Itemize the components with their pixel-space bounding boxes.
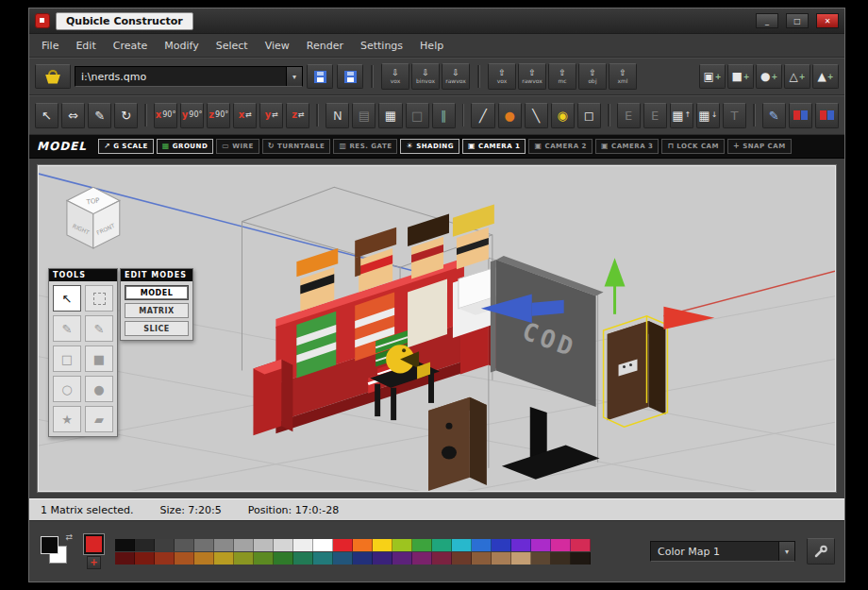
camera-1-button[interactable]: ▣CAMERA 1	[462, 139, 526, 154]
snap-cam-toggle[interactable]: +SNAP CAM	[727, 139, 792, 154]
palette-swatch[interactable]	[452, 552, 472, 565]
grid-raise-button[interactable]: ▦↑	[670, 103, 693, 128]
palette-swatch[interactable]	[175, 552, 194, 565]
palette-swatch[interactable]	[175, 539, 194, 551]
edit-mode-model[interactable]: MODEL	[125, 285, 189, 300]
paste-button[interactable]: □	[406, 103, 429, 128]
palette-swatch[interactable]	[254, 552, 274, 565]
rotate-tool[interactable]: ↻	[114, 103, 138, 128]
menu-file[interactable]: File	[33, 37, 67, 55]
menu-render[interactable]: Render	[298, 37, 352, 55]
pumpkin-button[interactable]: ●	[498, 103, 522, 128]
cube-button[interactable]: ◻	[577, 103, 601, 128]
transform-tool[interactable]: ↖	[35, 103, 58, 128]
text-tool[interactable]: T	[723, 103, 746, 128]
palette-swatch[interactable]	[353, 552, 373, 565]
combo-arrow-button[interactable]: ▾	[286, 67, 302, 86]
bucket-fill-tool[interactable]: ●	[85, 376, 113, 402]
palette-swatch[interactable]	[353, 539, 373, 551]
palette-swatch[interactable]	[531, 539, 551, 551]
viewport[interactable]: COD	[38, 165, 836, 492]
ground-toggle[interactable]: ▦GROUND	[157, 139, 214, 154]
palette-swatch[interactable]	[472, 539, 492, 551]
export-mc-button[interactable]: ⇧mc	[548, 63, 576, 90]
palette-swatch[interactable]	[293, 552, 313, 565]
export-rawvox-button[interactable]: ⇧rawvox	[518, 63, 546, 90]
line-tool[interactable]: ╱	[471, 103, 494, 128]
speaker-right-selected[interactable]	[604, 316, 668, 427]
palette-swatch[interactable]	[274, 552, 293, 565]
palette-swatch[interactable]	[214, 539, 234, 551]
foreground-color-swatch[interactable]	[41, 536, 58, 554]
palette-swatch[interactable]	[432, 552, 452, 565]
minimize-button[interactable]: _	[756, 13, 778, 28]
emboss-button[interactable]: E	[643, 103, 667, 128]
palette-swatch[interactable]	[234, 539, 254, 551]
palette-swatch[interactable]	[531, 552, 551, 565]
menu-create[interactable]: Create	[105, 37, 157, 55]
draw-tool[interactable]: ✎	[88, 103, 111, 128]
turntable-toggle[interactable]: ↻TURNTABLE	[262, 139, 331, 154]
palette-swatch[interactable]	[293, 539, 313, 551]
palette-swatch[interactable]	[571, 552, 591, 565]
export-xml-button[interactable]: ⇧xml	[609, 63, 637, 90]
palette-swatch[interactable]	[392, 552, 412, 565]
add-cone-button[interactable]: ▲+	[812, 64, 839, 89]
close-button[interactable]: ✕	[816, 13, 839, 28]
add-sphere-button[interactable]: ●+	[756, 64, 782, 89]
eraser-tool[interactable]: ▰	[85, 406, 113, 432]
palette-swatch[interactable]	[373, 552, 392, 565]
palette-swatch[interactable]	[194, 539, 214, 551]
palette-swatch[interactable]	[511, 552, 531, 565]
gscale-toggle[interactable]: ↗G SCALE	[98, 139, 154, 154]
add-matrix-button[interactable]: ▣+	[699, 64, 726, 89]
palette-swatch[interactable]	[214, 552, 234, 565]
rect-outline-tool[interactable]: □	[53, 346, 81, 372]
edit-mode-slice[interactable]: SLICE	[125, 321, 189, 336]
palette-swatch[interactable]	[333, 539, 353, 551]
save-as-button[interactable]	[337, 64, 363, 89]
palette-swatch[interactable]	[115, 539, 135, 551]
lock-cam-toggle[interactable]: ⊓LOCK CAM	[661, 139, 725, 154]
active-color-swatch[interactable]	[84, 534, 104, 554]
rect-fill-tool[interactable]: ■	[85, 346, 113, 372]
palette-settings-button[interactable]	[807, 538, 835, 565]
add-box-button[interactable]: ■+	[727, 64, 754, 89]
maximize-button[interactable]: □	[786, 13, 809, 28]
marquee-tool[interactable]	[85, 285, 113, 312]
palette-swatch[interactable]	[373, 539, 392, 551]
eyedropper-tool[interactable]: ╲	[525, 103, 548, 128]
resize-tool[interactable]: ⇔	[61, 103, 85, 128]
menu-settings[interactable]: Settings	[352, 37, 411, 55]
file-path-combobox[interactable]: i:\nerds.qmo ▾	[75, 66, 303, 87]
menu-view[interactable]: View	[257, 37, 298, 55]
palette-swatch[interactable]	[432, 539, 452, 551]
save-button[interactable]	[307, 64, 333, 89]
export-vox-button[interactable]: ⇧vox	[488, 63, 516, 90]
tools-palette-header[interactable]: TOOLS	[49, 269, 117, 281]
palette-swatch[interactable]	[313, 539, 333, 551]
lamp-button[interactable]: ◉	[551, 103, 575, 128]
palette-swatch[interactable]	[392, 539, 412, 551]
bucket-outline-tool[interactable]: ○	[53, 376, 81, 402]
palette-swatch[interactable]	[492, 539, 511, 551]
menu-edit[interactable]: Edit	[67, 37, 104, 55]
grid-lower-button[interactable]: ▦↓	[696, 103, 720, 128]
palette-swatch[interactable]	[452, 539, 472, 551]
palette-swatch[interactable]	[135, 552, 155, 565]
palette-swatch[interactable]	[492, 552, 511, 565]
palette-swatch[interactable]	[412, 552, 432, 565]
palette-swatch[interactable]	[194, 552, 214, 565]
rotate-x-90-button[interactable]: x90°	[154, 103, 177, 128]
palette-swatch[interactable]	[274, 539, 293, 551]
palette-swatch[interactable]	[155, 539, 175, 551]
pause-button[interactable]: ∥	[432, 103, 456, 128]
palette-swatch[interactable]	[333, 552, 353, 565]
colormap-arrow-button[interactable]: ▾	[778, 542, 794, 561]
extrude-button[interactable]: E	[617, 103, 641, 128]
wire-toggle[interactable]: ▭WIRE	[216, 139, 259, 154]
palette-swatch[interactable]	[234, 552, 254, 565]
swap-colors-icon[interactable]: ⇄	[65, 533, 73, 542]
menu-help[interactable]: Help	[411, 37, 452, 55]
colormap-select[interactable]: Color Map 1 ▾	[650, 541, 795, 562]
